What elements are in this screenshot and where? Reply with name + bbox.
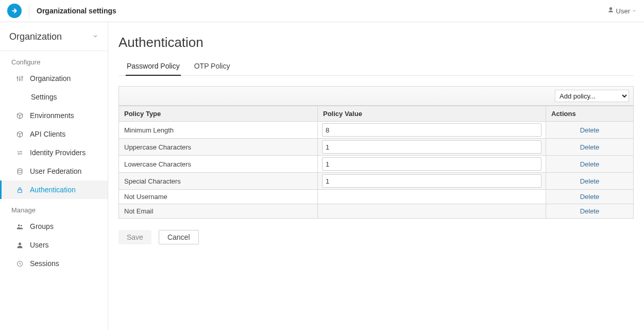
policy-value-cell [318, 122, 546, 139]
policy-value-cell [318, 204, 546, 219]
policy-type-cell: Minimum Length [119, 122, 318, 139]
sidebar-item-api-clients[interactable]: API Clients [0, 125, 108, 143]
user-icon [15, 241, 24, 249]
sidebar-item-label: Groups [30, 222, 54, 230]
table-row: Lowercase Characters Delete [119, 156, 634, 173]
topbar-separator [29, 4, 29, 18]
svg-point-8 [19, 242, 21, 245]
sidebar: Organization Configure Organization Sett… [0, 22, 108, 330]
clock-icon [15, 259, 24, 268]
table-header-row: Policy Type Policy Value Actions [119, 106, 634, 122]
tab-otp-policy[interactable]: OTP Policy [193, 58, 231, 76]
users-group-icon [15, 222, 24, 230]
policy-action-cell: Delete [546, 190, 634, 204]
policy-type-cell: Not Email [119, 204, 318, 219]
page-context-title: Organizational settings [37, 7, 116, 15]
policy-type-cell: Uppercase Characters [119, 139, 318, 156]
svg-rect-5 [18, 189, 22, 192]
chevron-down-icon [92, 33, 98, 41]
add-policy-select[interactable]: Add policy... [555, 90, 629, 102]
policy-value-input[interactable] [322, 140, 541, 154]
policy-action-cell: Delete [546, 139, 634, 156]
add-policy-bar: Add policy... [118, 86, 634, 106]
delete-button[interactable]: Delete [580, 143, 600, 151]
user-icon [607, 7, 614, 15]
exchange-icon [15, 148, 24, 157]
sidebar-item-label: Environments [30, 111, 74, 120]
database-icon [15, 167, 24, 175]
sidebar-item-users[interactable]: Users [0, 236, 108, 254]
policy-type-cell: Not Username [119, 190, 318, 204]
sidebar-item-label: Settings [31, 93, 57, 101]
delete-button[interactable]: Delete [580, 160, 600, 168]
sidebar-item-label: Users [30, 241, 49, 249]
sidebar-item-organization[interactable]: Organization [0, 69, 108, 88]
policy-value-cell [318, 190, 546, 204]
svg-point-4 [18, 168, 22, 170]
sidebar-item-label: Identity Providers [30, 148, 86, 157]
svg-point-7 [20, 225, 22, 226]
sidebar-item-label: User Federation [30, 167, 81, 175]
sidebar-header[interactable]: Organization [0, 22, 108, 51]
policy-action-cell: Delete [546, 204, 634, 219]
svg-point-2 [19, 79, 21, 80]
content: Authentication Password Policy OTP Polic… [108, 22, 644, 330]
sliders-icon [15, 74, 24, 82]
lock-icon [15, 186, 24, 194]
user-menu-label: User [616, 7, 630, 15]
sidebar-header-title: Organization [9, 31, 62, 42]
page-title: Authentication [118, 35, 634, 51]
policy-value-input[interactable] [322, 174, 541, 188]
sidebar-item-identity-providers[interactable]: Identity Providers [0, 143, 108, 162]
sidebar-item-label: Sessions [30, 259, 59, 268]
tabs: Password Policy OTP Policy [118, 58, 634, 76]
sidebar-item-label: Organization [30, 74, 71, 82]
sidebar-item-groups[interactable]: Groups [0, 217, 108, 236]
sidebar-item-label: API Clients [30, 130, 65, 138]
table-row: Special Characters Delete [119, 173, 634, 190]
sidebar-section-manage-label: Manage [0, 199, 108, 217]
policy-table: Policy Type Policy Value Actions Minimum… [118, 106, 634, 219]
policy-action-cell: Delete [546, 122, 634, 139]
sidebar-section-configure-label: Configure [0, 51, 108, 69]
box-icon [15, 111, 24, 120]
sidebar-item-label: Authentication [30, 186, 76, 194]
policy-value-cell [318, 156, 546, 173]
sidebar-section-configure: Organization Settings Environments API C… [0, 69, 108, 199]
policy-value-cell [318, 173, 546, 190]
chevron-down-icon [632, 7, 637, 15]
policy-type-cell: Special Characters [119, 173, 318, 190]
delete-button[interactable]: Delete [580, 207, 600, 215]
policy-value-input[interactable] [322, 157, 541, 171]
policy-action-cell: Delete [546, 173, 634, 190]
tab-password-policy[interactable]: Password Policy [126, 58, 181, 76]
arrow-right-circle-icon [10, 6, 19, 15]
delete-button[interactable]: Delete [580, 177, 600, 185]
delete-button[interactable]: Delete [580, 126, 600, 134]
box-icon [15, 130, 24, 138]
layout: Organization Configure Organization Sett… [0, 22, 644, 330]
col-policy-type: Policy Type [119, 106, 318, 122]
sidebar-item-settings[interactable]: Settings [0, 88, 108, 106]
policy-table-body: Minimum Length Delete Uppercase Characte… [119, 122, 634, 219]
policy-value-input[interactable] [322, 123, 541, 137]
save-button[interactable]: Save [118, 230, 151, 244]
delete-button[interactable]: Delete [580, 193, 600, 201]
sidebar-item-environments[interactable]: Environments [0, 106, 108, 125]
user-menu[interactable]: User [607, 7, 637, 15]
svg-point-1 [16, 77, 18, 78]
sidebar-section-manage: Groups Users Sessions [0, 217, 108, 273]
svg-point-3 [21, 76, 23, 78]
table-row: Minimum Length Delete [119, 122, 634, 139]
policy-action-cell: Delete [546, 156, 634, 173]
col-actions: Actions [546, 106, 634, 122]
table-row: Uppercase Characters Delete [119, 139, 634, 156]
sidebar-item-sessions[interactable]: Sessions [0, 254, 108, 273]
table-row: Not Email Delete [119, 204, 634, 219]
sidebar-item-user-federation[interactable]: User Federation [0, 162, 108, 180]
sidebar-item-authentication[interactable]: Authentication [0, 180, 108, 199]
policy-value-cell [318, 139, 546, 156]
cancel-button[interactable]: Cancel [159, 230, 199, 244]
form-buttons: Save Cancel [118, 230, 634, 244]
brand-logo [7, 4, 22, 18]
